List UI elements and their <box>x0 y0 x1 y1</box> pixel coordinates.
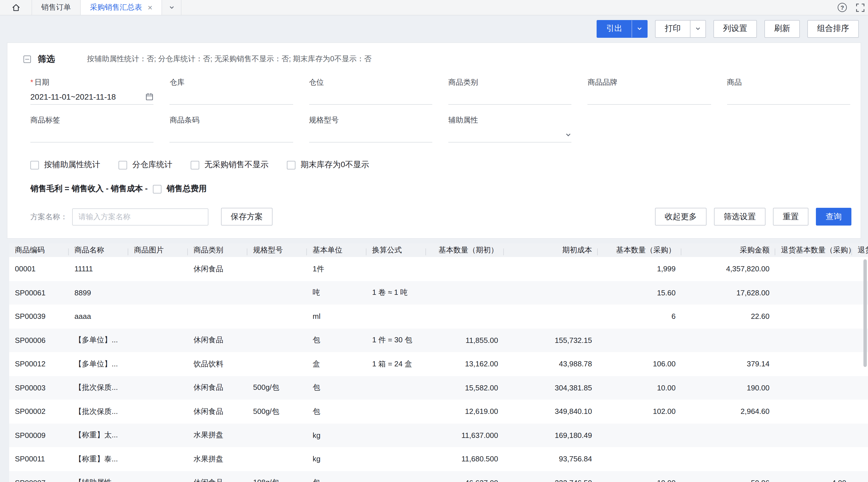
checkbox-icon <box>30 161 39 169</box>
home-button[interactable] <box>0 0 32 15</box>
print-button[interactable]: 打印 <box>655 20 690 37</box>
cell-category: 休闲食品 <box>188 335 247 346</box>
field-label: 仓库 <box>170 77 293 88</box>
reset-button[interactable]: 重置 <box>773 208 808 226</box>
column-header[interactable]: 换算公式 <box>366 245 426 255</box>
column-header[interactable]: 规格型号 <box>247 245 307 255</box>
cell-conversion-formula: 1 件 = 30 包 <box>366 335 426 346</box>
field-barcode: 商品条码 <box>170 115 293 142</box>
brand-input[interactable] <box>588 89 711 105</box>
field-label: 仓位 <box>309 77 432 88</box>
column-header[interactable]: 采购金额 <box>681 245 775 255</box>
cell-product-code: SP00003 <box>9 384 69 392</box>
filter-checkbox-row: 按辅助属性统计 分仓库统计 无采购销售不显示 期末库存为0不显示 <box>7 160 861 170</box>
table-row[interactable]: SP00007 【辅助属性... 休闲食品 108g/包 包 46,637.00… <box>9 471 868 482</box>
aux-attribute-select[interactable] <box>448 127 572 142</box>
cell-amount-purchase: 2,964.60 <box>681 407 775 416</box>
export-dropdown-button[interactable] <box>631 20 648 37</box>
field-label: 商品类别 <box>448 77 572 88</box>
export-button[interactable]: 引出 <box>597 20 631 37</box>
checkbox-by-warehouse[interactable]: 分仓库统计 <box>119 160 172 170</box>
cell-category: 水果拼盘 <box>188 454 247 464</box>
table-row[interactable]: 00001 11111 休闲食品 1件 1,999 4,357,820.00 <box>9 257 868 281</box>
column-header[interactable]: 退货基本数量（采购） <box>775 245 852 255</box>
table-row[interactable]: SP00012 【多单位】... 饮品饮料 盒 1 箱 = 24 盒 13,16… <box>9 352 868 376</box>
barcode-input[interactable] <box>170 127 293 142</box>
field-spec: 规格型号 <box>309 115 432 142</box>
cell-return-qty-purchase: 4.00 <box>775 479 852 482</box>
filter-title: 筛选 <box>38 54 55 64</box>
warehouse-input[interactable] <box>170 89 293 105</box>
column-header[interactable]: 商品名称 <box>69 245 128 255</box>
checkbox-total-sales-expense[interactable] <box>153 185 161 193</box>
print-dropdown-button[interactable] <box>690 20 706 37</box>
column-header[interactable]: 商品类别 <box>188 245 247 255</box>
cell-product-name: 【称重】太... <box>69 430 128 441</box>
save-plan-button[interactable]: 保存方案 <box>221 208 273 226</box>
topbar-right-icons: ? <box>838 0 868 15</box>
spec-input[interactable] <box>309 127 432 142</box>
table-row[interactable]: SP00039 aaaa ml 6 22.60 <box>9 304 868 328</box>
field-date: *日期 2021-11-01~2021-11-18 <box>30 77 154 105</box>
filter-settings-button[interactable]: 筛选设置 <box>714 208 766 226</box>
column-header[interactable]: 基本单位 <box>307 245 366 255</box>
cell-category: 休闲食品 <box>188 478 247 482</box>
field-label: 日期 <box>34 78 49 87</box>
cell-qty-initial: 13,162.00 <box>426 360 504 368</box>
table-header-row: 商品编码 商品名称 商品图片 商品类别 规格型号 基本单位 换算公式 基本数量（… <box>9 243 868 257</box>
combined-sort-button[interactable]: 组合排序 <box>807 20 859 37</box>
checkbox-aux-stat[interactable]: 按辅助属性统计 <box>30 160 100 170</box>
chevron-down-icon <box>168 5 174 10</box>
field-location: 仓位 <box>309 77 432 105</box>
column-header[interactable]: 基本数量（采购） <box>598 245 681 255</box>
fullscreen-icon[interactable] <box>856 3 865 12</box>
field-category: 商品类别 <box>448 77 572 105</box>
cell-product-code: SP00009 <box>9 431 69 440</box>
cell-conversion-formula: 1 箱 = 24 盒 <box>366 359 426 369</box>
product-input[interactable] <box>727 89 850 105</box>
cell-spec: 500g/包 <box>247 407 307 417</box>
category-input[interactable] <box>448 89 572 105</box>
cell-product-code: 00001 <box>9 265 69 274</box>
column-header[interactable]: 期初成本 <box>504 245 598 255</box>
cell-base-unit: 盒 <box>307 359 366 369</box>
tab-sales-order[interactable]: 销售订单 <box>32 0 81 15</box>
collapse-filter-icon[interactable] <box>24 55 31 63</box>
cell-qty-purchase: 6 <box>598 312 681 321</box>
date-range-input[interactable]: 2021-11-01~2021-11-18 <box>30 89 154 105</box>
tab-list-dropdown-button[interactable] <box>162 0 182 15</box>
query-button[interactable]: 查询 <box>816 208 851 226</box>
table-row[interactable]: SP00009 【称重】太... 水果拼盘 kg 11,637.000 169,… <box>9 423 868 447</box>
filter-actions: 收起更多 筛选设置 重置 查询 <box>655 208 851 226</box>
refresh-button[interactable]: 刷新 <box>764 20 800 37</box>
plan-name-input[interactable] <box>72 208 209 225</box>
table-row[interactable]: SP00002 【批次保质... 休闲食品 500g/包 包 12,619.00… <box>9 399 868 423</box>
close-icon[interactable]: × <box>148 3 152 11</box>
field-label: 辅助属性 <box>448 115 572 125</box>
column-header[interactable]: 商品图片 <box>128 245 188 255</box>
cell-amount-purchase: 4,357,820.00 <box>681 265 775 274</box>
table-row[interactable]: SP00011 【称重】泰... 水果拼盘 kg 11,680.500 93,7… <box>9 447 868 471</box>
product-tag-input[interactable] <box>30 127 154 142</box>
cell-qty-purchase: 10.00 <box>598 479 681 482</box>
tab-purchase-sales-summary[interactable]: 采购销售汇总表 × <box>81 0 162 15</box>
column-settings-button[interactable]: 列设置 <box>713 20 757 37</box>
checkbox-hide-zero-stock[interactable]: 期末库存为0不显示 <box>287 160 369 170</box>
column-header[interactable]: 商品编码 <box>9 245 69 255</box>
collapse-more-button[interactable]: 收起更多 <box>655 208 707 226</box>
help-icon[interactable]: ? <box>838 3 847 12</box>
checkbox-hide-no-trade[interactable]: 无采购销售不显示 <box>191 160 269 170</box>
cell-qty-purchase: 106.00 <box>598 360 681 368</box>
table-row[interactable]: SP00061 8899 吨 1 卷 ≈ 1 吨 15.60 17,628.00 <box>9 281 868 304</box>
cell-base-unit: 吨 <box>307 288 366 298</box>
vertical-scrollbar[interactable] <box>863 259 867 367</box>
report-toolbar: 引出 打印 列设置 刷新 组合排序 <box>0 15 868 42</box>
table-row[interactable]: SP00003 【批次保质... 休闲食品 500g/包 包 15,582.00… <box>9 376 868 399</box>
table-row[interactable]: SP00006 【多单位】... 休闲食品 包 1 件 = 30 包 11,85… <box>9 328 868 352</box>
cell-amount-purchase: 17,628.00 <box>681 289 775 297</box>
field-label: 商品品牌 <box>588 77 711 88</box>
top-tab-bar: 销售订单 采购销售汇总表 × ? <box>0 0 868 15</box>
column-header[interactable]: 基本数量（期初） <box>426 245 504 255</box>
column-header[interactable]: 退货 <box>852 245 868 255</box>
location-input[interactable] <box>309 89 432 105</box>
